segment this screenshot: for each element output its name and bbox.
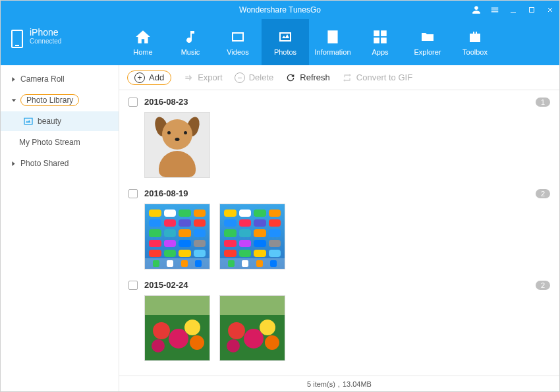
group-checkbox[interactable] <box>128 281 138 290</box>
refresh-icon <box>285 72 296 83</box>
tab-label: Apps <box>372 48 388 56</box>
caret-right-icon <box>11 161 16 167</box>
add-button[interactable]: +Add <box>127 70 171 85</box>
sidebar-item-photo-library[interactable]: Photo Library <box>1 89 119 111</box>
status-bar: 5 item(s), 13.04MB <box>119 376 559 391</box>
btn-label: Convert to GIF <box>356 72 412 82</box>
tab-apps[interactable]: Apps <box>356 19 404 65</box>
tab-label: Explorer <box>414 48 441 56</box>
tab-music[interactable]: Music <box>167 19 214 65</box>
window-controls <box>471 1 555 19</box>
explorer-icon <box>418 28 437 45</box>
btn-label: Add <box>149 72 164 82</box>
tab-label: Music <box>181 48 200 56</box>
tab-label: Toolbox <box>462 48 488 56</box>
group-count-badge: 1 <box>536 98 550 107</box>
group-count-badge: 2 <box>536 281 550 290</box>
device-box[interactable]: iPhone Connected <box>1 19 119 65</box>
group-header: 2016-08-23 1 <box>128 97 550 107</box>
photo-thumbnail[interactable] <box>144 112 210 178</box>
tab-home[interactable]: Home <box>119 19 167 65</box>
tab-label: Information <box>314 48 350 56</box>
sidebar-item-photo-shared[interactable]: Photo Shared <box>1 154 119 173</box>
photo-thumbnail[interactable] <box>144 295 210 361</box>
videos-icon <box>228 28 248 45</box>
sidebar-subitem-beauty[interactable]: beauty <box>1 111 119 131</box>
toolbox-icon <box>465 28 485 45</box>
refresh-button[interactable]: Refresh <box>285 72 330 83</box>
toolbar: +Add Export − Delete Refresh Convert to … <box>119 65 559 90</box>
maximize-button[interactable] <box>526 5 537 15</box>
sidebar-item-camera-roll[interactable]: Camera Roll <box>1 69 119 89</box>
group-date: 2016-08-19 <box>144 188 188 198</box>
group-header: 2015-02-24 2 <box>128 280 550 290</box>
thumbs-row <box>128 112 550 178</box>
sidebar-label: My Photo Stream <box>19 138 80 147</box>
photo-thumbnail[interactable] <box>144 204 210 269</box>
export-button[interactable]: Export <box>183 72 223 83</box>
caret-down-icon <box>11 98 16 103</box>
user-icon[interactable] <box>471 5 482 15</box>
delete-button[interactable]: − Delete <box>235 72 274 83</box>
tab-label: Videos <box>227 48 248 56</box>
btn-label: Delete <box>249 72 274 82</box>
device-name: iPhone <box>30 27 61 38</box>
image-icon <box>23 117 34 126</box>
photo-thumbnail[interactable] <box>219 295 285 361</box>
tab-toolbox[interactable]: Toolbox <box>451 19 499 65</box>
titlebar: Wondershare TunesGo <box>1 1 559 19</box>
group-date: 2016-08-23 <box>144 97 188 107</box>
minus-icon: − <box>235 72 245 83</box>
group-count-badge: 2 <box>536 189 550 198</box>
app-title: Wondershare TunesGo <box>239 5 321 14</box>
minimize-button[interactable] <box>508 5 518 15</box>
apps-icon <box>370 28 390 45</box>
plus-icon: + <box>134 72 145 83</box>
group-checkbox[interactable] <box>128 98 138 107</box>
export-icon <box>183 72 194 83</box>
convert-icon <box>342 72 352 83</box>
tab-explorer[interactable]: Explorer <box>404 19 451 65</box>
music-icon <box>181 28 200 45</box>
tab-label: Home <box>133 48 152 56</box>
caret-right-icon <box>11 76 16 82</box>
btn-label: Refresh <box>300 72 330 82</box>
menu-icon[interactable] <box>490 5 500 15</box>
nav-tabs: Home Music Videos Photos Information App… <box>119 19 559 65</box>
content: +Add Export − Delete Refresh Convert to … <box>119 65 559 391</box>
top-nav: iPhone Connected Home Music Videos Photo… <box>1 19 559 65</box>
tab-videos[interactable]: Videos <box>214 19 262 65</box>
phone-icon <box>11 30 23 48</box>
group-date: 2015-02-24 <box>144 280 188 290</box>
tab-label: Photos <box>274 48 296 56</box>
tab-photos[interactable]: Photos <box>262 19 309 65</box>
information-icon <box>323 28 343 45</box>
photo-scroll[interactable]: 2016-08-23 1 2016-08-19 2 <box>119 90 559 376</box>
sidebar: Camera Roll Photo Library beauty My Phot… <box>1 65 119 391</box>
thumbs-row <box>128 204 550 269</box>
device-status: Connected <box>30 38 61 45</box>
sidebar-sub-label: beauty <box>38 117 61 126</box>
group-checkbox[interactable] <box>128 189 138 198</box>
photo-thumbnail[interactable] <box>219 204 285 269</box>
group-header: 2016-08-19 2 <box>128 188 550 198</box>
photos-icon <box>275 28 295 45</box>
tab-information[interactable]: Information <box>309 19 356 65</box>
status-size: 13.04MB <box>343 380 372 388</box>
home-icon <box>133 28 153 45</box>
sidebar-label: Photo Library <box>20 94 79 106</box>
main: Camera Roll Photo Library beauty My Phot… <box>1 65 559 391</box>
sidebar-label: Camera Roll <box>20 74 65 84</box>
status-count: 5 item(s) <box>307 380 335 388</box>
close-button[interactable] <box>545 5 555 15</box>
convert-gif-button[interactable]: Convert to GIF <box>342 72 412 83</box>
sidebar-label: Photo Shared <box>20 159 69 168</box>
sidebar-item-my-photo-stream[interactable]: My Photo Stream <box>1 131 119 154</box>
thumbs-row <box>128 295 550 361</box>
btn-label: Export <box>198 72 223 82</box>
